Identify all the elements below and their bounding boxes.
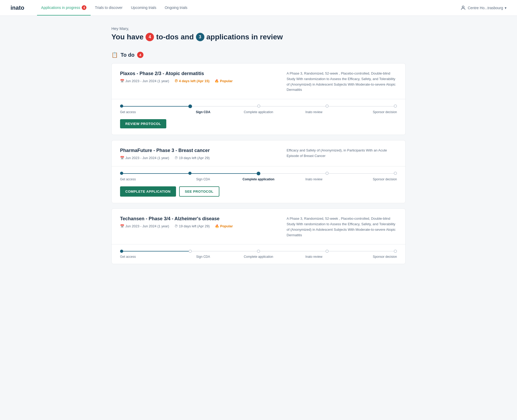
trial-card-card1: Plaxos - Phase 2/3 - Atopic dermatitis 📅… — [111, 63, 406, 135]
progress-labels: Get accessSign CDAComplete applicationIn… — [120, 255, 397, 259]
step-dot — [189, 250, 192, 253]
step-dot — [394, 250, 397, 253]
step-label: Complete application — [231, 255, 286, 259]
date-range: 📅 Jun 2023 - Jun 2024 (1 year) — [120, 156, 169, 160]
nav-tab-ongoing[interactable]: Ongoing trials — [161, 0, 192, 15]
main-content: Hey Mary, You have 4 to-dos and 3 applic… — [101, 16, 416, 285]
svg-point-0 — [462, 6, 464, 8]
card-right: Efficacy and Safety of (Anonymized), in … — [287, 148, 397, 160]
nav-tab-upcoming[interactable]: Upcoming trials — [127, 0, 161, 15]
todo-count-badge: 4 — [146, 33, 154, 41]
step-label: Get access — [120, 177, 175, 181]
complete-application-button[interactable]: COMPLETE APPLICATION — [120, 186, 176, 197]
clock-icon: ⏱ — [174, 79, 178, 83]
progress-steps — [120, 250, 397, 253]
card-top: Plaxos - Phase 2/3 - Atopic dermatitis 📅… — [112, 64, 405, 99]
step-label: Sponsor decision — [342, 177, 397, 181]
card-left: PharmaFuture - Phase 3 - Breast cancer 📅… — [120, 148, 276, 160]
card-top: PharmaFuture - Phase 3 - Breast cancer 📅… — [112, 140, 405, 166]
nav-tab-discover[interactable]: Trials to discover — [91, 0, 127, 15]
card-progress: Get accessSign CDAComplete applicationIn… — [112, 244, 405, 259]
user-menu[interactable]: Centre Ho...trasbourg ▾ — [460, 5, 506, 11]
popular-badge: 🔥 Popular — [215, 224, 233, 228]
card-title: PharmaFuture - Phase 3 - Breast cancer — [120, 148, 276, 153]
card-progress: Get accessSign CDAComplete applicationIn… — [112, 166, 405, 181]
step-label: Sponsor decision — [342, 255, 397, 259]
card-description: A Phase 3, Randomized, 52-week , Placebo… — [287, 71, 397, 93]
card-left: Plaxos - Phase 2/3 - Atopic dermatitis 📅… — [120, 71, 276, 93]
deadline: ⏱ 4 days left (Apr 15) — [174, 79, 209, 83]
trial-card-card3: Techansen - Phase 3/4 - Alzheimer's dise… — [111, 208, 406, 264]
step-label: Get access — [120, 110, 175, 114]
card-left: Techansen - Phase 3/4 - Alzheimer's dise… — [120, 216, 276, 238]
card-description: Efficacy and Safety of (Anonymized), in … — [287, 148, 397, 159]
progress-labels: Get accessSign CDAComplete applicationIn… — [120, 177, 397, 181]
calendar-icon: 📅 — [120, 79, 124, 83]
chevron-down-icon: ▾ — [505, 6, 506, 10]
step-dot — [325, 250, 329, 253]
date-range: 📅 Jun 2023 - Jun 2024 (1 year) — [120, 224, 169, 228]
step-dot — [257, 250, 260, 253]
step-label: Inato review — [286, 110, 342, 114]
date-range: 📅 Jun 2023 - Jun 2024 (1 year) — [120, 79, 169, 83]
user-icon — [460, 5, 466, 11]
deadline: ⏱ 19 days left (Apr 29) — [174, 224, 210, 228]
section-count-badge: 4 — [137, 52, 143, 58]
clipboard-icon: 📋 — [111, 52, 118, 58]
card-description: A Phase 3, Randomized, 52-week , Placebo… — [287, 216, 397, 238]
fire-icon: 🔥 — [215, 79, 219, 83]
hero-title: You have 4 to-dos and 3 applications in … — [111, 33, 406, 41]
greeting: Hey Mary, — [111, 26, 406, 31]
step-label: Sponsor decision — [342, 110, 397, 114]
step-dot — [188, 172, 192, 175]
calendar-icon: 📅 — [120, 156, 124, 160]
step-label: Inato review — [286, 177, 342, 181]
review-count-badge: 3 — [196, 33, 204, 41]
fire-icon: 🔥 — [215, 224, 219, 228]
cards-container: Plaxos - Phase 2/3 - Atopic dermatitis 📅… — [111, 63, 406, 264]
review-protocol-button[interactable]: REVIEW PROTOCOL — [120, 119, 166, 128]
card-progress: Get accessSign CDAComplete applicationIn… — [112, 99, 405, 114]
step-label: Complete application — [231, 177, 286, 181]
progress-steps — [120, 104, 397, 108]
trial-card-card2: PharmaFuture - Phase 3 - Breast cancer 📅… — [111, 140, 406, 203]
step-label: Sign CDA — [175, 110, 231, 114]
step-label: Inato review — [286, 255, 342, 259]
progress-labels: Get accessSign CDAComplete applicationIn… — [120, 110, 397, 114]
user-name: Centre Ho...trasbourg — [468, 6, 503, 10]
step-label: Sign CDA — [175, 255, 231, 259]
step-dot — [394, 104, 397, 108]
step-label: Sign CDA — [175, 177, 231, 181]
progress-steps — [120, 172, 397, 175]
card-actions: COMPLETE APPLICATIONSEE PROTOCOL — [112, 186, 405, 203]
step-dot — [257, 104, 260, 108]
progress-line — [120, 250, 397, 253]
step-label: Get access — [120, 255, 175, 259]
nav-badge-applications: 4 — [82, 5, 86, 10]
calendar-icon: 📅 — [120, 224, 124, 228]
navbar: inato Applications in progress4Trials to… — [0, 0, 517, 16]
step-dot — [325, 104, 329, 108]
progress-line — [120, 104, 397, 108]
step-dot — [120, 104, 123, 108]
step-label: Complete application — [231, 110, 286, 114]
see-protocol-button[interactable]: SEE PROTOCOL — [179, 186, 219, 197]
card-top: Techansen - Phase 3/4 - Alzheimer's dise… — [112, 209, 405, 244]
progress-line — [120, 172, 397, 175]
logo: inato — [11, 4, 24, 11]
card-meta: 📅 Jun 2023 - Jun 2024 (1 year) ⏱ 19 days… — [120, 156, 276, 160]
step-dot — [120, 250, 123, 253]
step-dot — [325, 172, 329, 175]
step-dot — [120, 172, 123, 175]
nav-tab-applications[interactable]: Applications in progress4 — [37, 0, 91, 15]
clock-icon: ⏱ — [174, 224, 178, 228]
popular-badge: 🔥 Popular — [215, 79, 232, 83]
hero-middle: to-dos and — [156, 33, 194, 41]
step-dot — [394, 172, 397, 175]
deadline: ⏱ 19 days left (Apr 29) — [174, 156, 210, 160]
nav-tabs: Applications in progress4Trials to disco… — [37, 0, 461, 15]
step-dot — [188, 104, 192, 108]
step-dot — [257, 172, 260, 175]
todo-section-header: 📋 To do 4 — [111, 52, 406, 58]
clock-icon: ⏱ — [174, 156, 178, 160]
